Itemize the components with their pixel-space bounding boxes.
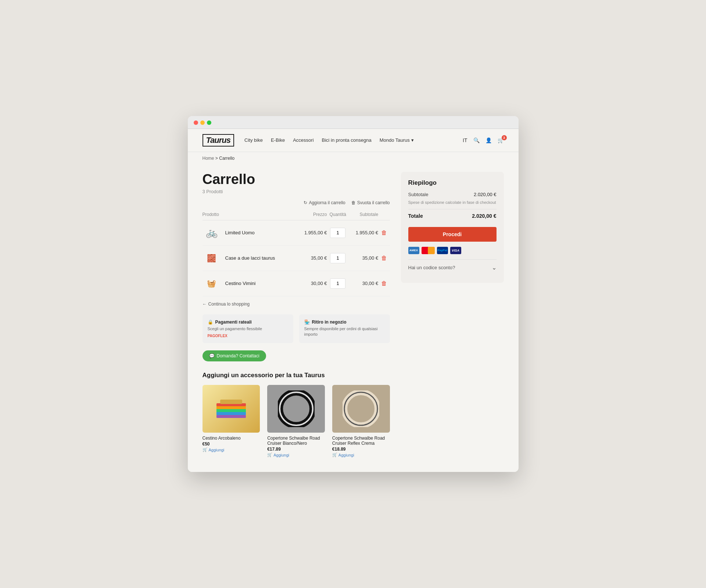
refresh-cart-button[interactable]: ↻ Aggiorna il carrello — [304, 200, 345, 205]
visa-icon: VISA — [450, 247, 461, 254]
cart-add-icon: 🛒 — [332, 452, 337, 457]
cart-badge: 3 — [502, 135, 507, 140]
cart-table: Prodotto Prezzo Quantità Subtotale — [203, 209, 390, 296]
breadcrumb-home[interactable]: Home — [203, 156, 214, 161]
subtotal-cell: 35,00 € — [349, 245, 378, 271]
header-left: Taurus City bike E-Bike Accessori Bici i… — [203, 134, 414, 147]
accessory-add-1[interactable]: 🛒 Aggiungi — [203, 447, 260, 452]
svg-rect-5 — [216, 415, 246, 418]
price-cell: 35,00 € — [297, 245, 327, 271]
cart-actions: ↻ Aggiorna il carrello 🗑 Svuota il carre… — [203, 200, 390, 205]
mastercard-icon — [422, 247, 435, 254]
header-right: IT 🔍 👤 🛒 3 — [463, 137, 503, 143]
accessory-name: Cestino Arcobaleno — [203, 436, 260, 441]
refresh-icon: ↻ — [304, 200, 307, 205]
col-subtotal: Subtotale — [349, 209, 378, 220]
summary-subtotal-label: Subtotale — [408, 192, 429, 197]
accessory-price: €17.89 — [267, 447, 325, 452]
accessory-card: Cestino Arcobaleno €50 🛒 Aggiungi — [203, 385, 260, 457]
table-row: 🧺 Cestino Vimini 30,00 € 30,00 € 🗑 — [203, 271, 390, 296]
summary-section: Riepilogo Subtotale 2.020,00 € Spese di … — [401, 172, 504, 283]
accessory-name: Copertone Schwalbe Road Cruiser Reflex C… — [332, 436, 390, 446]
accessory-add-3[interactable]: 🛒 Aggiungi — [332, 452, 390, 457]
payment-icons: AMEX PayPal VISA — [408, 247, 497, 254]
lang-toggle[interactable]: IT — [463, 137, 467, 143]
accessory-add-2[interactable]: 🛒 Aggiungi — [267, 452, 325, 457]
lock-icon: 🔒 — [208, 320, 213, 325]
nav-city-bike[interactable]: City bike — [244, 137, 263, 143]
price-cell: 1.955,00 € — [297, 220, 327, 245]
cart-section: Carrello 3 Prodotti ↻ Aggiorna il carrel… — [203, 172, 390, 457]
nav-e-bike[interactable]: E-Bike — [271, 137, 285, 143]
col-quantity: Quantità — [327, 209, 348, 220]
product-image: 🧱 — [203, 251, 221, 266]
summary-total-label: Totale — [408, 213, 423, 219]
nav-mondo-taurus[interactable]: Mondo Taurus ▾ — [380, 137, 414, 143]
summary-total-value: 2.020,00 € — [472, 213, 496, 219]
product-name: Case a due lacci taurus — [225, 255, 275, 261]
logo[interactable]: Taurus — [203, 134, 234, 147]
summary-subtotal-value: 2.020,00 € — [474, 192, 496, 197]
accessory-image-2 — [267, 385, 325, 433]
nav-accessori[interactable]: Accessori — [293, 137, 313, 143]
discount-label: Hai un codice sconto? — [408, 265, 455, 270]
delete-row-1-button[interactable]: 🗑 — [378, 230, 387, 236]
product-image: 🚲 — [203, 226, 221, 240]
col-price: Prezzo — [297, 209, 327, 220]
cart-title: Carrello — [203, 172, 390, 187]
dot-green[interactable] — [207, 120, 211, 125]
accessory-image-3 — [332, 385, 390, 433]
product-cell: 🧺 Cestino Vimini — [203, 276, 298, 291]
nav-bici-pronta[interactable]: Bici in pronta consegna — [322, 137, 372, 143]
search-icon[interactable]: 🔍 — [473, 137, 480, 143]
svg-point-8 — [280, 392, 313, 425]
svg-rect-4 — [216, 412, 246, 415]
accessory-card: Copertone Schwalbe Road Cruiser Bianco/N… — [267, 385, 325, 457]
discount-row[interactable]: Hai un codice sconto? ⌄ — [408, 259, 497, 275]
svg-rect-2 — [216, 406, 246, 409]
browser-window: Taurus City bike E-Bike Accessori Bici i… — [188, 116, 519, 472]
paypal-icon: PayPal — [437, 247, 448, 254]
chevron-down-icon: ▾ — [411, 137, 414, 143]
breadcrumb-separator: > — [215, 156, 218, 161]
product-cell: 🚲 Limited Uomo — [203, 226, 298, 240]
main-layout: Carrello 3 Prodotti ↻ Aggiorna il carrel… — [188, 165, 519, 472]
breadcrumb: Home > Carrello — [188, 152, 519, 165]
info-box-title: 🏪 Ritiro in negozio — [304, 320, 385, 325]
info-box-desc: Sempre disponibile per ordini di qualsia… — [304, 326, 385, 338]
summary-subtotal-row: Subtotale 2.020,00 € — [408, 192, 497, 197]
cart-subtitle: 3 Prodotti — [203, 189, 390, 194]
svg-rect-6 — [220, 400, 242, 404]
product-name: Limited Uomo — [225, 230, 255, 235]
dot-yellow[interactable] — [200, 120, 205, 125]
contact-button[interactable]: 💬 Domanda? Contattaci — [203, 350, 266, 361]
breadcrumb-current: Carrello — [219, 156, 234, 161]
accessory-image-1 — [203, 385, 260, 433]
procedi-button[interactable]: Procedi — [408, 227, 497, 242]
svg-rect-3 — [216, 409, 246, 412]
accessory-price: €18.89 — [332, 447, 390, 452]
delete-row-2-button[interactable]: 🗑 — [378, 255, 387, 261]
info-boxes: 🔒 Pagamenti rateali Scegli un pagamento … — [203, 314, 390, 343]
chevron-down-icon: ⌄ — [492, 264, 497, 271]
nav-links: City bike E-Bike Accessori Bici in pront… — [244, 137, 414, 143]
qty-input-2[interactable] — [330, 253, 345, 263]
arrow-left-icon: ← — [203, 302, 207, 307]
dot-red[interactable] — [194, 120, 198, 125]
clear-cart-button[interactable]: 🗑 Svuota il carrello — [351, 200, 390, 205]
qty-input-1[interactable] — [330, 228, 345, 238]
subtotal-cell: 1.955,00 € — [349, 220, 378, 245]
subtotal-cell: 30,00 € — [349, 271, 378, 296]
delete-row-3-button[interactable]: 🗑 — [378, 280, 387, 287]
browser-dots — [194, 120, 513, 125]
cart-icon[interactable]: 🛒 3 — [498, 137, 504, 143]
qty-input-3[interactable] — [330, 278, 345, 289]
info-box-payment: 🔒 Pagamenti rateali Scegli un pagamento … — [203, 314, 293, 343]
summary-total-row: Totale 2.020,00 € — [408, 213, 497, 219]
account-icon[interactable]: 👤 — [485, 137, 492, 143]
info-box-title: 🔒 Pagamenti rateali — [208, 320, 288, 325]
info-box-desc: Scegli un pagamento flessibile — [208, 326, 288, 332]
trash-icon: 🗑 — [351, 200, 356, 205]
header: Taurus City bike E-Bike Accessori Bici i… — [188, 129, 519, 152]
continue-shopping-link[interactable]: ← Continua lo shopping — [203, 302, 250, 307]
